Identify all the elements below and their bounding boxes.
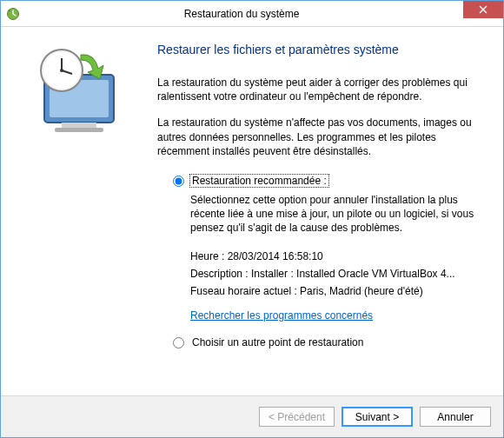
restore-point-time: Heure : 28/03/2014 16:58:10 bbox=[190, 248, 479, 265]
system-restore-icon bbox=[6, 7, 20, 21]
intro-paragraph-1: La restauration du système peut aider à … bbox=[157, 76, 479, 103]
choose-other-point-label: Choisir un autre point de restauration bbox=[189, 335, 366, 349]
cancel-button[interactable]: Annuler bbox=[420, 407, 491, 427]
restore-options-group: Restauration recommandée : Sélectionnez … bbox=[173, 174, 479, 349]
close-button[interactable] bbox=[463, 1, 503, 18]
left-pane bbox=[1, 27, 149, 395]
choose-other-point-radio[interactable] bbox=[173, 337, 184, 348]
intro-paragraph-2: La restauration du système n'affecte pas… bbox=[157, 116, 479, 158]
recommended-restore-description: Sélectionnez cette option pour annuler l… bbox=[190, 193, 479, 236]
close-icon bbox=[479, 5, 487, 14]
page-heading: Restaurer les fichiers et paramètres sys… bbox=[157, 43, 479, 56]
content-area: Restaurer les fichiers et paramètres sys… bbox=[1, 27, 503, 395]
restore-point-timezone: Fuseau horaire actuel : Paris, Madrid (h… bbox=[190, 282, 479, 300]
window-title: Restauration du système bbox=[20, 8, 463, 20]
svg-point-9 bbox=[60, 69, 63, 72]
recommended-restore-radio[interactable] bbox=[173, 176, 184, 187]
scan-affected-programs-link[interactable]: Rechercher les programmes concernés bbox=[190, 309, 373, 322]
svg-rect-3 bbox=[62, 123, 96, 128]
choose-other-point-option[interactable]: Choisir un autre point de restauration bbox=[173, 335, 479, 349]
next-button[interactable]: Suivant > bbox=[342, 407, 413, 427]
recommended-restore-option[interactable]: Restauration recommandée : bbox=[173, 174, 479, 188]
titlebar: Restauration du système bbox=[1, 1, 503, 27]
recommended-restore-label: Restauration recommandée : bbox=[189, 174, 329, 188]
svg-rect-4 bbox=[55, 128, 103, 132]
back-button: < Précédent bbox=[259, 407, 335, 427]
restore-point-description: Description : Installer : Installed Orac… bbox=[190, 265, 479, 282]
wizard-footer: < Précédent Suivant > Annuler bbox=[1, 395, 503, 437]
right-pane: Restaurer les fichiers et paramètres sys… bbox=[149, 27, 503, 395]
restore-point-details: Heure : 28/03/2014 16:58:10 Description … bbox=[190, 248, 479, 301]
system-restore-illustration bbox=[18, 44, 131, 140]
